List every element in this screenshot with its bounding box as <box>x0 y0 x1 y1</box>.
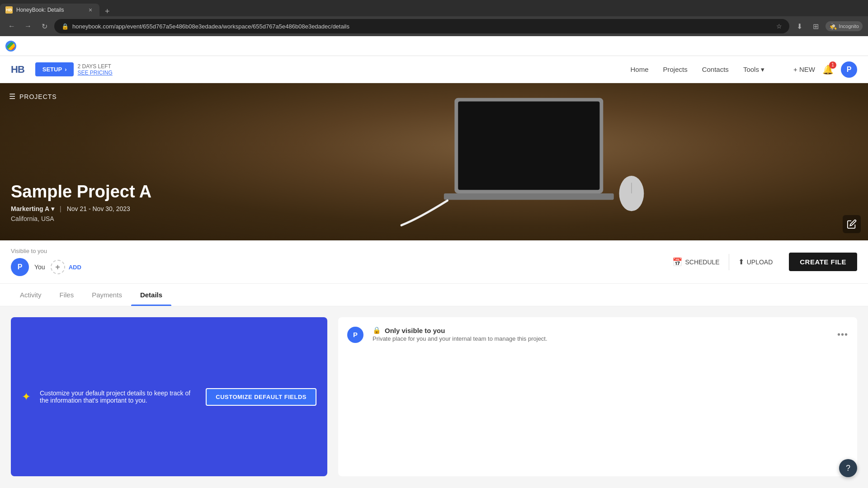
projects-nav-label: PROJECTS <box>19 93 57 100</box>
incognito-badge[interactable]: 🕵 Incognito <box>826 21 863 31</box>
tab-activity[interactable]: Activity <box>11 284 51 306</box>
private-note-title: 🔒 Only visible to you <box>373 326 547 334</box>
notification-badge: 1 <box>829 61 836 69</box>
visibility-section: Visiblie to you P You + ADD <box>11 248 81 276</box>
create-file-button[interactable]: CREATE FILE <box>789 253 857 271</box>
notifications-button[interactable]: 🔔 1 <box>822 64 834 75</box>
upload-icon: ⬆ <box>738 258 744 266</box>
user-avatar[interactable]: P <box>841 61 857 78</box>
tab-payments[interactable]: Payments <box>83 284 131 306</box>
customize-banner: ✦ Customize your default project details… <box>11 317 327 476</box>
setup-section: SETUP › 2 DAYS LEFT SEE PRICING <box>35 62 113 76</box>
client-name[interactable]: Markerting A ▾ <box>11 205 54 212</box>
nav-projects[interactable]: Projects <box>663 66 687 74</box>
back-button[interactable]: ← <box>5 20 18 33</box>
star-icon[interactable]: ☆ <box>776 23 782 30</box>
google-toolbar <box>0 36 868 56</box>
hero-content: Sample Project A Markerting A ▾ | Nov 21… <box>11 182 151 222</box>
app-header: HB SETUP › 2 DAYS LEFT SEE PRICING Home … <box>0 56 868 83</box>
project-hero: ☰ PROJECTS Sample Project A Markerting A… <box>0 83 868 240</box>
members-row: P You + ADD <box>11 258 81 276</box>
browser-toolbar: ← → ↻ 🔒 honeybook.com/app/event/655d767a… <box>0 16 868 36</box>
content-area: ✦ Customize your default project details… <box>0 306 868 487</box>
setup-label: SETUP <box>42 66 62 73</box>
main-nav: Home Projects Contacts Tools ▾ <box>630 66 764 74</box>
forward-button[interactable]: → <box>22 20 34 33</box>
project-location: California, USA <box>11 215 151 222</box>
schedule-icon: 📅 <box>672 257 682 267</box>
extensions-icon[interactable]: ⊞ <box>809 20 822 33</box>
private-note-header: P 🔒 Only visible to you Private place fo… <box>347 326 848 343</box>
project-action-bar: Visiblie to you P You + ADD 📅 SCHEDULE ⬆… <box>0 240 868 284</box>
tab-title: HoneyBook: Details <box>16 7 83 13</box>
banner-sparkle-icon: ✦ <box>22 390 31 403</box>
nav-contacts[interactable]: Contacts <box>702 66 729 74</box>
incognito-icon: 🕵 <box>829 23 837 30</box>
more-options-icon[interactable]: ••• <box>837 329 848 340</box>
svg-rect-1 <box>458 102 599 190</box>
client-chevron: ▾ <box>51 205 54 212</box>
banner-text: Customize your default project details t… <box>40 389 197 404</box>
tab-favicon: HB <box>5 6 13 14</box>
toolbar-right: ⬇ ⊞ 🕵 Incognito <box>793 20 863 33</box>
projects-nav[interactable]: ☰ PROJECTS <box>9 92 57 101</box>
address-url: honeybook.com/app/event/655d767a5e486b08… <box>72 23 773 30</box>
only-visible-label: Only visible to you <box>385 327 445 334</box>
lock-icon: 🔒 <box>373 326 381 334</box>
upload-label: UPLOAD <box>747 258 773 266</box>
google-logo <box>7 42 15 50</box>
hero-meta: Markerting A ▾ | Nov 21 - Nov 30, 2023 <box>11 205 151 212</box>
nav-tools[interactable]: Tools ▾ <box>743 66 764 74</box>
project-dates: Nov 21 - Nov 30, 2023 <box>67 205 130 212</box>
private-note-avatar: P <box>347 327 363 343</box>
add-icon[interactable]: + <box>51 260 65 274</box>
tab-close-button[interactable]: × <box>87 6 94 14</box>
tab-details[interactable]: Details <box>131 284 171 306</box>
schedule-label: SCHEDULE <box>685 258 719 266</box>
address-bar[interactable]: 🔒 honeybook.com/app/event/655d767a5e486b… <box>54 19 789 33</box>
upload-button[interactable]: ⬆ UPLOAD <box>729 253 782 271</box>
new-tab-button[interactable]: + <box>101 7 113 16</box>
hero-edit-button[interactable] <box>843 215 861 233</box>
private-note-title-section: P 🔒 Only visible to you Private place fo… <box>347 326 547 343</box>
setup-info: 2 DAYS LEFT SEE PRICING <box>77 63 112 76</box>
setup-button[interactable]: SETUP › <box>35 62 74 76</box>
tabs-bar: Activity Files Payments Details <box>0 284 868 306</box>
browser-tabs: HB HoneyBook: Details × + <box>0 0 868 16</box>
customize-default-fields-button[interactable]: CUSTOMIZE DEFAULT FIELDS <box>206 388 316 406</box>
member-avatar: P <box>11 258 29 276</box>
private-note-card: P 🔒 Only visible to you Private place fo… <box>338 317 857 476</box>
see-pricing-link[interactable]: SEE PRICING <box>77 70 112 76</box>
member-name: You <box>34 263 45 271</box>
google-icon[interactable] <box>5 41 16 52</box>
add-label: ADD <box>69 264 81 271</box>
laptop-illustration <box>243 91 807 232</box>
header-right: + NEW 🔔 1 P <box>793 61 857 78</box>
schedule-button[interactable]: 📅 SCHEDULE <box>663 253 728 272</box>
svg-rect-2 <box>444 193 614 200</box>
days-left: 2 DAYS LEFT <box>77 63 112 70</box>
honeybook-logo[interactable]: HB <box>11 64 24 75</box>
add-member-button[interactable]: + ADD <box>51 260 81 274</box>
action-buttons: 📅 SCHEDULE ⬆ UPLOAD CREATE FILE <box>663 253 857 272</box>
project-title: Sample Project A <box>11 182 151 202</box>
help-button[interactable]: ? <box>839 459 857 477</box>
setup-arrow: › <box>65 66 66 73</box>
visibility-label: Visiblie to you <box>11 248 81 254</box>
tab-files[interactable]: Files <box>51 284 83 306</box>
private-note-subtitle: Private place for you and your internal … <box>373 334 547 343</box>
nav-home[interactable]: Home <box>630 66 648 74</box>
hamburger-icon: ☰ <box>9 92 16 101</box>
active-tab: HB HoneyBook: Details × <box>0 4 99 16</box>
browser-chrome: HB HoneyBook: Details × + ← → ↻ 🔒 honeyb… <box>0 0 868 36</box>
refresh-button[interactable]: ↻ <box>38 20 51 33</box>
private-note-title-block: 🔒 Only visible to you Private place for … <box>373 326 547 343</box>
download-icon[interactable]: ⬇ <box>793 20 806 33</box>
new-button[interactable]: + NEW <box>793 66 815 73</box>
incognito-label: Incognito <box>839 23 859 29</box>
